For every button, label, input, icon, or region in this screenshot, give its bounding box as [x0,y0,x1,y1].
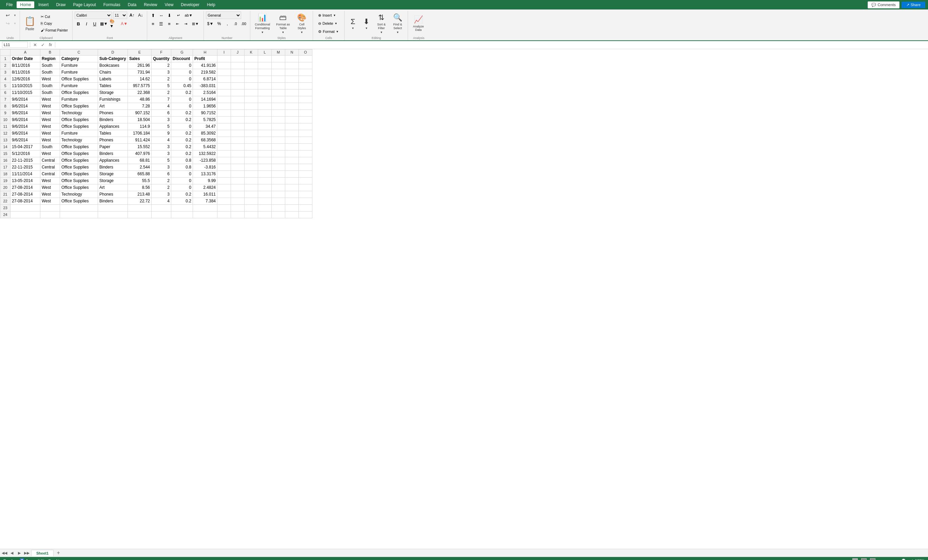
cell-17-0[interactable]: 22-11-2015 [11,164,40,170]
menu-help[interactable]: Help [203,2,219,8]
cell-2-9[interactable] [231,62,244,69]
cell-8-7[interactable]: 1.9656 [193,103,217,110]
scroll-sheets-right[interactable]: ▶ [16,550,22,556]
cell-12-13[interactable] [285,130,299,137]
cell-18-14[interactable] [299,170,312,177]
cell-11-11[interactable] [258,123,272,130]
cell-4-0[interactable]: 12/6/2016 [11,76,40,82]
cell-13-8[interactable] [217,137,231,143]
cell-17-8[interactable] [217,164,231,170]
cell-16-5[interactable]: 5 [152,157,171,164]
cell-9-3[interactable]: Phones [98,110,128,116]
cell-8-14[interactable] [299,103,312,110]
analyze-data-button[interactable]: 📈 AnalyzeData [410,14,426,34]
paste-button[interactable]: 📋 Paste [22,14,38,32]
cell-8-2[interactable]: Office Supplies [60,103,98,110]
cell-5-5[interactable]: 5 [152,82,171,89]
col-header-row[interactable] [0,49,11,55]
cell-3-3[interactable]: Chairs [98,69,128,76]
cell-16-4[interactable]: 68.81 [128,157,152,164]
scroll-sheets-left[interactable]: ◀◀ [2,550,8,556]
cell-7-12[interactable] [272,96,285,103]
cell-1-6[interactable]: Discount [171,55,193,62]
col-header-E[interactable]: E [128,49,152,55]
comma-button[interactable]: , [223,20,231,27]
cell-1-7[interactable]: Profit [193,55,217,62]
cell-7-11[interactable] [258,96,272,103]
cell-24-4[interactable] [128,211,152,218]
cell-12-4[interactable]: 1706.184 [128,130,152,137]
cell-24-0[interactable] [11,211,40,218]
cell-19-12[interactable] [272,177,285,184]
indent-dec-button[interactable]: ⇤ [174,20,181,27]
cell-1-11[interactable] [258,55,272,62]
cell-18-3[interactable]: Storage [98,170,128,177]
cell-10-4[interactable]: 18.504 [128,116,152,123]
cell-7-5[interactable]: 7 [152,96,171,103]
cell-14-14[interactable] [299,143,312,150]
cell-9-14[interactable] [299,110,312,116]
cell-7-2[interactable]: Furniture [60,96,98,103]
cell-4-4[interactable]: 14.62 [128,76,152,82]
cell-20-0[interactable]: 27-08-2014 [11,184,40,191]
cell-11-6[interactable]: 0 [171,123,193,130]
cell-11-5[interactable]: 5 [152,123,171,130]
cell-13-13[interactable] [285,137,299,143]
cell-15-0[interactable]: 5/12/2016 [11,150,40,157]
cell-9-10[interactable] [244,110,258,116]
wrap-text-button[interactable]: ↵ [174,12,183,19]
cell-7-3[interactable]: Furnishings [98,96,128,103]
cell-14-0[interactable]: 15-04-2017 [11,143,40,150]
cell-9-0[interactable]: 9/6/2014 [11,110,40,116]
cell-3-2[interactable]: Furniture [60,69,98,76]
cell-24-9[interactable] [231,211,244,218]
cell-18-0[interactable]: 11/11/2014 [11,170,40,177]
cell-18-10[interactable] [244,170,258,177]
cell-19-9[interactable] [231,177,244,184]
cell-18-11[interactable] [258,170,272,177]
cell-9-13[interactable] [285,110,299,116]
cell-17-3[interactable]: Binders [98,164,128,170]
cell-20-9[interactable] [231,184,244,191]
cell-23-0[interactable] [11,204,40,211]
cell-6-4[interactable]: 22.368 [128,89,152,96]
cell-15-1[interactable]: West [40,150,60,157]
cell-14-6[interactable]: 0.2 [171,143,193,150]
cell-14-13[interactable] [285,143,299,150]
cell-6-10[interactable] [244,89,258,96]
cell-12-12[interactable] [272,130,285,137]
cell-21-8[interactable] [217,191,231,198]
cell-16-10[interactable] [244,157,258,164]
cell-7-10[interactable] [244,96,258,103]
cell-4-14[interactable] [299,76,312,82]
cell-1-9[interactable] [231,55,244,62]
cell-16-2[interactable]: Office Supplies [60,157,98,164]
cell-10-3[interactable]: Binders [98,116,128,123]
format-button[interactable]: ⚙Format▼ [315,28,342,35]
cell-19-10[interactable] [244,177,258,184]
cell-1-3[interactable]: Sub-Category [98,55,128,62]
cell-16-7[interactable]: -123.858 [193,157,217,164]
cell-21-5[interactable]: 3 [152,191,171,198]
cell-15-12[interactable] [272,150,285,157]
cell-2-7[interactable]: 41.9136 [193,62,217,69]
cell-9-1[interactable]: West [40,110,60,116]
cell-22-14[interactable] [299,198,312,204]
align-middle-button[interactable]: ↔ [157,12,165,19]
zoom-out-button[interactable]: − [879,558,882,560]
cell-1-2[interactable]: Category [60,55,98,62]
cell-15-7[interactable]: 132.5922 [193,150,217,157]
cell-23-1[interactable] [40,204,60,211]
cell-12-8[interactable] [217,130,231,137]
cell-9-12[interactable] [272,110,285,116]
cell-24-1[interactable] [40,211,60,218]
cell-3-8[interactable] [217,69,231,76]
col-header-G[interactable]: G [171,49,193,55]
cell-13-1[interactable]: West [40,137,60,143]
cell-12-7[interactable]: 85.3092 [193,130,217,137]
cell-20-4[interactable]: 8.56 [128,184,152,191]
percent-button[interactable]: % [215,20,223,27]
cell-4-2[interactable]: Office Supplies [60,76,98,82]
cell-11-2[interactable]: Office Supplies [60,123,98,130]
cell-2-8[interactable] [217,62,231,69]
